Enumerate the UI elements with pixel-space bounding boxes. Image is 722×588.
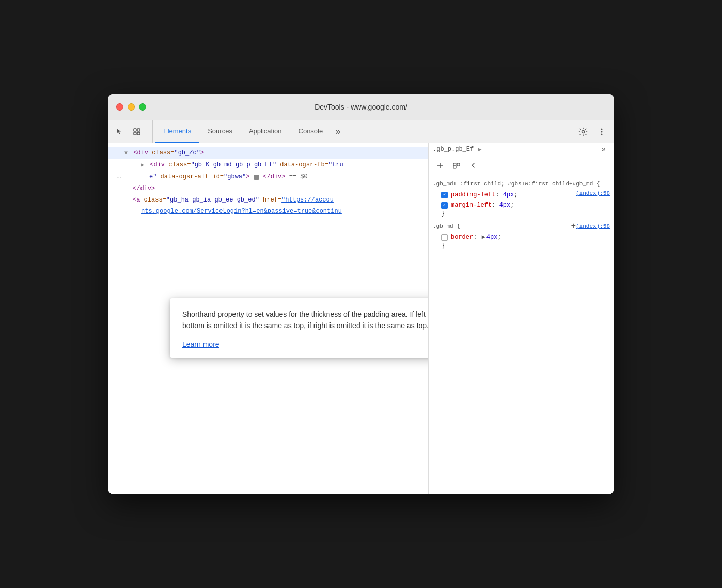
tab-sources[interactable]: Sources: [199, 120, 241, 143]
dom-line[interactable]: e" data-ogsr-alt id="gbwa"> … </div> == …: [108, 171, 428, 183]
maximize-button[interactable]: [139, 103, 146, 111]
dom-line[interactable]: </div>: [108, 183, 428, 194]
dom-line[interactable]: <a class="gb_ha gb_ia gb_ee gb_ed" href=…: [108, 194, 428, 206]
styles-more-button[interactable]: »: [598, 145, 610, 153]
tooltip-text: Shorthand property to set values for the…: [182, 308, 428, 332]
property-checkbox[interactable]: [441, 202, 448, 209]
dom-content: ▼ <div class="gb_Zc"> ▶ <div class="gb_K…: [108, 143, 428, 324]
style-source-link[interactable]: (index):58: [576, 222, 610, 231]
svg-point-4: [582, 130, 585, 133]
styles-panel: .gb_p.gb_Ef ▶ »: [428, 143, 614, 494]
inspect-icon[interactable]: [130, 125, 144, 139]
property-checkbox[interactable]: [441, 192, 448, 198]
titlebar: DevTools - www.google.com/: [108, 94, 614, 120]
style-rule-selector: .gb_md { (index):58 +: [433, 222, 610, 231]
svg-rect-2: [134, 132, 136, 135]
style-property-line: border: ▶ 4px;: [433, 232, 610, 242]
collapse-arrow[interactable]: ▼: [124, 150, 128, 156]
svg-rect-11: [457, 163, 460, 166]
dom-line[interactable]: nts.google.com/ServiceLogin?hl=en&passiv…: [108, 206, 428, 217]
more-tabs-button[interactable]: »: [331, 120, 344, 143]
style-rule-close: }: [433, 242, 610, 250]
traffic-lights: [116, 103, 146, 111]
tooltip-footer: Learn more Don't show: [182, 340, 428, 348]
more-options-icon[interactable]: [593, 123, 610, 140]
svg-rect-12: [453, 166, 456, 168]
styles-actions: [429, 156, 614, 175]
selector-arrow: ▶: [478, 146, 481, 153]
toggle-style-button[interactable]: [449, 158, 464, 173]
style-rule-close: }: [433, 210, 610, 218]
tab-actions: [575, 120, 610, 143]
collapsed-content[interactable]: …: [254, 175, 259, 180]
tab-icon-group: [112, 120, 153, 143]
styles-header: .gb_p.gb_Ef ▶ »: [429, 143, 614, 156]
devtools-window: DevTools - www.google.com/ Elements: [108, 94, 614, 494]
add-property-button[interactable]: +: [571, 222, 576, 231]
svg-point-7: [601, 133, 603, 135]
svg-point-6: [601, 131, 603, 132]
style-source-link[interactable]: (index):58: [576, 189, 610, 198]
dom-line[interactable]: ▼ <div class="gb_Zc">: [108, 147, 428, 159]
svg-rect-1: [137, 129, 140, 131]
cursor-icon[interactable]: [112, 125, 127, 139]
settings-icon[interactable]: [575, 123, 591, 140]
window-title: DevTools - www.google.com/: [315, 103, 407, 111]
tabbar: Elements Sources Application Console »: [108, 120, 614, 143]
tab-console[interactable]: Console: [290, 120, 332, 143]
tooltip-popup: Shorthand property to set values for the…: [170, 298, 428, 358]
selector-display: .gb_p.gb_Ef: [433, 146, 474, 153]
expand-arrow[interactable]: ▶: [141, 162, 144, 168]
svg-rect-10: [453, 163, 456, 166]
back-button[interactable]: [466, 158, 480, 173]
close-button[interactable]: [116, 103, 123, 111]
dom-line[interactable]: ▶ <div class="gb_K gb_md gb_p gb_Ef" dat…: [108, 159, 428, 171]
styles-content: .gb_mdI :first-child; #gbsTW:first-child…: [429, 175, 614, 494]
add-style-button[interactable]: [433, 158, 447, 173]
svg-rect-3: [137, 132, 140, 135]
devtools-body: ... ▼ <div class="gb_Zc"> ▶ <div class="…: [108, 143, 614, 494]
svg-point-5: [601, 128, 603, 130]
tab-list: Elements Sources Application Console »: [155, 120, 575, 143]
minimize-button[interactable]: [128, 103, 135, 111]
svg-rect-0: [134, 129, 136, 131]
style-property-line: padding-left: 4px;: [433, 190, 576, 200]
sidebar-dots: ...: [116, 172, 122, 180]
tab-elements[interactable]: Elements: [155, 120, 199, 143]
tab-application[interactable]: Application: [241, 120, 290, 143]
dom-panel: ... ▼ <div class="gb_Zc"> ▶ <div class="…: [108, 143, 428, 494]
style-rule: .gb_mdI :first-child; #gbsTW:first-child…: [433, 179, 610, 218]
style-rule: .gb_md { (index):58 + border: ▶ 4px; }: [433, 222, 610, 250]
style-rule-selector: .gb_mdI :first-child; #gbsTW:first-child…: [433, 179, 610, 189]
style-property-line: margin-left: 4px;: [433, 200, 610, 210]
learn-more-link[interactable]: Learn more: [182, 340, 219, 348]
expand-value-arrow[interactable]: ▶: [482, 232, 485, 242]
property-checkbox-unchecked[interactable]: [441, 234, 448, 241]
